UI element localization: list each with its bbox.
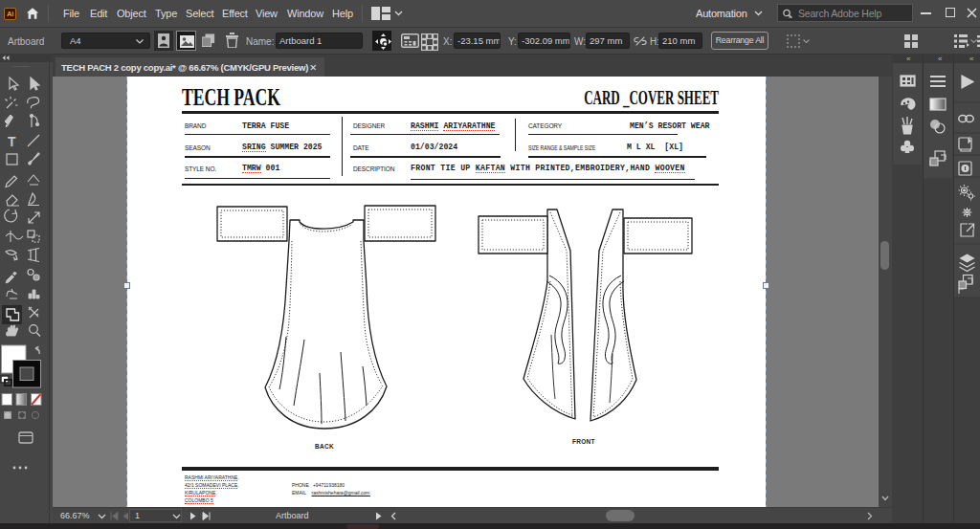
svg-text:T: T [8, 134, 16, 149]
